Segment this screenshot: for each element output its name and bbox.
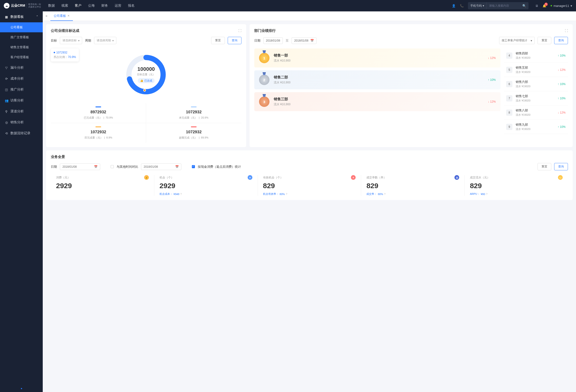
nav-item-4[interactable]: 财务 bbox=[101, 3, 108, 8]
rank-row-6[interactable]: 6销售六部流水 ¥19020↑ 10% bbox=[504, 77, 568, 91]
reset-button[interactable]: 重置 bbox=[211, 37, 225, 44]
help-icon[interactable]: ? bbox=[384, 193, 385, 196]
rank-number: 5 bbox=[506, 67, 512, 73]
rank-name: 销售九部 bbox=[516, 122, 554, 127]
sidebar-item-0[interactable]: ▽漏斗分析 bbox=[0, 62, 43, 73]
sidebar-sub-3[interactable]: 客户经理看板 bbox=[0, 52, 43, 62]
rank-sub: 流水 ¥19020 bbox=[516, 113, 554, 117]
status-dot bbox=[550, 5, 552, 6]
card-target: 公司业绩目标达成 ⛶ 目标 请选择目标▾ 周期 请选择周期▾ 重置 查询 bbox=[46, 24, 246, 147]
ov-icon: ➤ bbox=[248, 175, 252, 180]
expand-icon[interactable]: ⛶ bbox=[238, 29, 241, 32]
sidebar-item-3[interactable]: 👥访客分析 bbox=[0, 95, 43, 106]
chevron-down-icon: ▾ bbox=[531, 39, 532, 42]
sidebar-icon: ⟲ bbox=[5, 132, 8, 135]
rank-row-5[interactable]: 5销售五部流水 ¥19020↓ 12% bbox=[504, 63, 568, 77]
donut-chart-area: 1072932 所占比例：70.9% 100000 目标总量（元） bbox=[51, 48, 241, 143]
sidebar-item-5[interactable]: ◎销售分析 bbox=[0, 117, 43, 128]
compare-checkbox[interactable] bbox=[111, 165, 114, 168]
rank-top-3[interactable]: 3销售三部流水 ¥10,900↓ 12% bbox=[254, 92, 500, 111]
stat-bar bbox=[95, 126, 101, 127]
reset-button[interactable]: 重置 bbox=[538, 163, 551, 170]
query-button[interactable]: 查询 bbox=[228, 37, 241, 44]
expand-icon[interactable]: ⛶ bbox=[565, 29, 568, 32]
donut-badge: 👍已达成 bbox=[138, 78, 155, 83]
nav-item-5[interactable]: 运营 bbox=[115, 3, 121, 8]
card-title: 部门业绩排行 bbox=[254, 29, 276, 33]
nav-item-3[interactable]: 公海 bbox=[88, 3, 95, 8]
rank-sub: 流水 ¥19020 bbox=[516, 99, 554, 102]
rank-row-7[interactable]: 7销售七部流水 ¥19020↑ 10% bbox=[504, 91, 568, 105]
monitor-icon[interactable]: 🖥 bbox=[535, 4, 538, 8]
user-menu[interactable]: manager11 ▾ bbox=[550, 4, 572, 8]
nav-item-0[interactable]: 数据 bbox=[48, 3, 55, 8]
stat-3: 1072932超额完成（元） | 89.9% bbox=[146, 123, 241, 143]
sidebar-item-4[interactable]: ⚲渠道分析 bbox=[0, 106, 43, 117]
rank-pct: ↓ 12% bbox=[488, 100, 496, 103]
ov-icon: ▤ bbox=[455, 175, 459, 180]
date-input-1[interactable]: 2018/01/08📅 bbox=[60, 163, 100, 170]
sidebar-item-2[interactable]: ◫推广分析 bbox=[0, 84, 43, 95]
phone-icon[interactable]: 📞 bbox=[460, 4, 464, 8]
rank-row-4[interactable]: 4销售四部流水 ¥19020↑ 10% bbox=[504, 48, 568, 63]
help-icon[interactable]: ? bbox=[180, 193, 182, 196]
nav-item-6[interactable]: 报名 bbox=[128, 3, 135, 8]
top-nav: ☁ 云朵CRM 教育机构一站 式服务云平台 数据线索客户公海财务运营报名 👤 📞… bbox=[0, 0, 576, 11]
search-icon[interactable]: 🔍 bbox=[520, 4, 528, 8]
rank-top-1[interactable]: 1销售一部流水 ¥10,900↓ 12% bbox=[254, 48, 500, 67]
rank-top-2[interactable]: 2销售二部流水 ¥10,900↑ 10% bbox=[254, 70, 500, 89]
sidebar-icon: ▽ bbox=[5, 66, 8, 70]
user-icon[interactable]: 👤 bbox=[452, 4, 456, 8]
sidebar-sub-2[interactable]: 销售主管看板 bbox=[0, 42, 43, 52]
stat-0: 8972932已完成量（元） | 70.9% bbox=[51, 103, 146, 123]
ov-label: 机会（个）➤ bbox=[160, 175, 252, 180]
reset-button[interactable]: 重置 bbox=[538, 37, 551, 44]
close-icon[interactable]: ✕ bbox=[67, 14, 70, 17]
help-icon[interactable]: ? bbox=[486, 193, 488, 196]
search-type-select[interactable]: 手机号码▾ bbox=[468, 2, 487, 9]
rank-sub: 流水 ¥19020 bbox=[516, 85, 554, 88]
rank-name: 销售六部 bbox=[516, 80, 554, 84]
stat-value: 1072932 bbox=[148, 110, 239, 115]
tab-company-board[interactable]: 公司看板 ✕ bbox=[50, 11, 73, 21]
label-date: 日期 bbox=[254, 38, 260, 43]
query-button[interactable]: 查询 bbox=[554, 163, 568, 170]
date-to-input[interactable]: 2018/01/08📅 bbox=[291, 37, 317, 44]
overview-item-0: 消费（元）💰2929 bbox=[51, 175, 154, 196]
select-target[interactable]: 请选择目标▾ bbox=[60, 37, 82, 44]
card-title: 公司业绩目标达成 bbox=[51, 29, 79, 33]
ov-value: 829 bbox=[263, 182, 356, 190]
rank-pct: ↑ 10% bbox=[488, 78, 496, 82]
rank-sub: 流水 ¥19020 bbox=[516, 70, 554, 74]
logo-icon: ☁ bbox=[4, 3, 9, 8]
ov-value: 829 bbox=[366, 182, 459, 190]
cash-checkbox[interactable] bbox=[192, 165, 195, 168]
sidebar-sub-1[interactable]: 推广主管看板 bbox=[0, 32, 43, 42]
collapse-icon[interactable]: ≡ bbox=[46, 14, 48, 18]
sidebar-sub-0[interactable]: 公司看板 bbox=[0, 22, 43, 32]
nav-item-1[interactable]: 线索 bbox=[61, 3, 68, 8]
rank-row-9[interactable]: 9销售九部流水 ¥19020↑ 10% bbox=[504, 120, 568, 134]
bell-icon[interactable]: 🔔5 bbox=[543, 4, 546, 8]
card-overview: 业务全景 日期 2018/01/08📅 与其他时间对比 2018/01/08📅 … bbox=[46, 151, 573, 200]
rank-row-8[interactable]: 8销售八部流水 ¥19020↓ 12% bbox=[504, 105, 568, 120]
sidebar-item-6[interactable]: ⟲数据流转记录 bbox=[0, 128, 43, 139]
stat-label: 超额完成（元） | 89.9% bbox=[148, 136, 239, 139]
select-period[interactable]: 请选择周期▾ bbox=[94, 37, 116, 44]
donut-label: 目标总量（元） bbox=[137, 73, 155, 76]
medal-icon: 3 bbox=[259, 96, 269, 107]
sidebar-group-dashboard[interactable]: ▦数据看板 ˄ bbox=[0, 11, 43, 22]
select-stat-type[interactable]: 按工单客户经理统计▾ bbox=[499, 37, 535, 44]
rank-number: 8 bbox=[506, 110, 512, 116]
card-rank: 部门业绩排行 ⛶ 日期 2018/01/08 至 2018/01/08📅 按工单… bbox=[250, 24, 573, 147]
nav-item-2[interactable]: 客户 bbox=[75, 3, 82, 8]
help-icon[interactable]: ? bbox=[286, 193, 287, 196]
rank-sub: 流水 ¥19020 bbox=[516, 56, 554, 60]
stat-bar bbox=[191, 126, 197, 127]
search-input[interactable] bbox=[487, 4, 520, 7]
date-from-input[interactable]: 2018/01/08 bbox=[263, 37, 283, 44]
date-input-2[interactable]: 2018/01/08📅 bbox=[141, 163, 181, 170]
query-button[interactable]: 查询 bbox=[554, 37, 568, 44]
sidebar-item-1[interactable]: ⟳成本分析 bbox=[0, 73, 43, 84]
stats-grid: 8972932已完成量（元） | 70.9%1072932未完成量（元） | 2… bbox=[51, 103, 241, 143]
